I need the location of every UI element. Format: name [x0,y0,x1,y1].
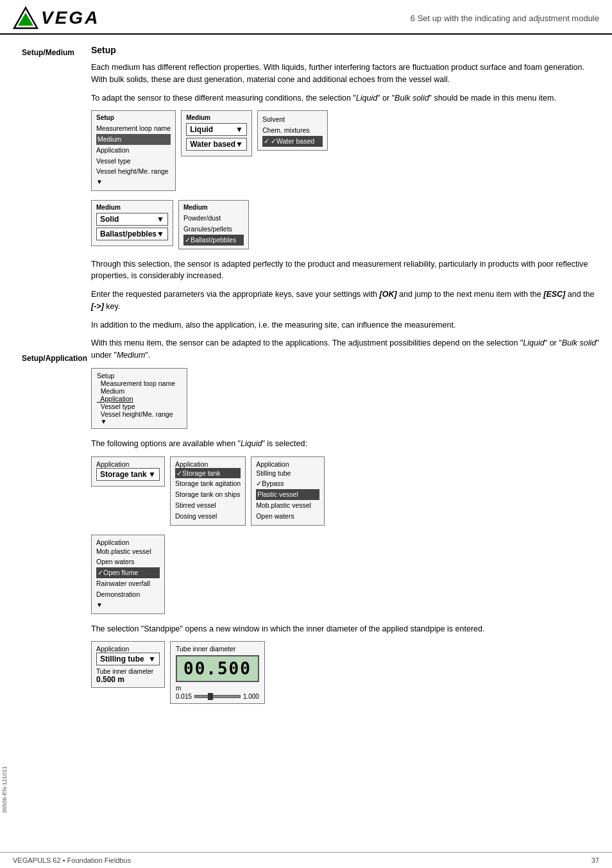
app-item-bypass: ✓Bypass [256,478,319,489]
page-header: VEGA 6 Set up with the indicating and ad… [0,0,612,35]
medium-options-list: Solvent Chem. mixtures ✓Water based [262,114,323,146]
app-panel-4: Application Mob.plastic vessel Open wate… [91,535,165,614]
app-item-open-flume: ✓Open flume [96,567,160,578]
option-ballast: ✓Ballast/pebbles [183,235,244,246]
logo-text: VEGA [41,8,99,28]
ballast-dropdown[interactable]: Ballast/pebbles ▼ [96,228,168,240]
app-diagram-2: Application Mob.plastic vessel Open wate… [91,535,599,614]
solid-medium-label: Medium [96,204,168,211]
option-solvent: Solvent [262,114,323,125]
application-paragraph-1: In addition to the medium, also the appl… [91,319,599,331]
app-panel-3: Application Stilling tube ✓Bypass Plasti… [251,456,325,526]
medium-options-panel: Solvent Chem. mixtures ✓Water based [257,110,328,150]
sidebar: Setup/Medium Setup/Application [14,35,85,852]
setup-menu-panel-1: Setup Measurement loop name Medium Appli… [91,110,176,191]
setup-label-1: Setup [96,114,171,121]
application-paragraph-2: With this menu item, the sensor can be a… [91,337,599,362]
sidebar-item-setup-application: Setup/Application [22,353,80,364]
setup-menu-application: Setup Measurement loop name Medium Appli… [91,368,187,429]
diagram-medium-solid: Medium Solid ▼ Ballast/pebbles ▼ Medium … [91,200,599,249]
setup-item-application: Application [96,145,171,156]
footer-right: 37 [591,856,599,864]
app-label-2: Application [175,460,241,468]
setup-item-vessel-height: Vessel height/Me. range [96,166,171,177]
menu-application: Application [97,395,182,403]
footer-left: VEGAPULS 62 • Foundation Fieldbus [13,856,131,864]
sidebar-item-setup-medium: Setup/Medium [22,47,80,58]
stilling-panel-1: Application Stilling tube ▼ Tube inner d… [91,641,165,688]
medium-paragraph-3: Through this selection, the sensor is ad… [91,258,599,283]
stilling-panel-2: Tube inner diameter 00.500 m 0.015 1.000 [170,641,265,704]
setup-arrow-down: ▼ [96,177,171,187]
menu-medium: Medium [97,387,182,395]
app-arrow: ▼ [96,600,160,610]
page-footer: VEGAPULS 62 • Foundation Fieldbus 37 [0,852,612,868]
app-panel-1: Application Storage tank ▼ [91,456,165,487]
solid-options-list: Powder/dust Granules/pellets ✓Ballast/pe… [183,213,244,245]
menu-vessel-type: Vessel type [97,403,182,410]
option-water-based: ✓Water based [262,136,323,147]
app-panel-2: Application ✓Storage tank Storage tank a… [170,456,246,526]
water-based-dropdown[interactable]: Water based ▼ [186,138,247,151]
vega-logo-icon [13,6,38,29]
logo-area: VEGA [13,6,99,29]
setup-menu-list-1: Measurement loop name Medium Application… [96,123,171,187]
standpipe-paragraph: The selection "Standpipe" opens a new wi… [91,623,599,635]
tube-max: 1.000 [243,693,259,700]
menu-vessel-height: Vessel height/Me. range [97,410,182,418]
medium-paragraph-4: Enter the requested parameters via the a… [91,288,599,313]
app-item-rainwater: Rainwater overfall [96,578,160,589]
app-label-4: Application [96,538,160,546]
app-item-stirred: Stirred vessel [175,500,241,511]
tube-inner-title: Tube inner diameter [176,645,259,653]
app-item-stilling: Stilling tube [256,468,319,479]
app-item-mob-plastic: Mob.plastic vessel [256,500,319,511]
app-item-plastic: Plastic vessel [256,489,319,500]
app-label-3: Application [256,460,319,468]
medium-paragraph-2: To adapt the sensor to these different m… [91,92,599,104]
tube-inner-label: Tube inner diameter [96,668,160,675]
main-body: Setup Each medium has different reflecti… [85,35,612,852]
app-item-storage-agitation: Storage tank agitation [175,478,241,489]
stilling-diagram: Application Stilling tube ▼ Tube inner d… [91,641,599,704]
tube-display: 00.500 [176,655,259,682]
medium-dropdown-panel: Medium Liquid ▼ Water based ▼ [181,110,252,156]
tube-inner-value: 0.500 m [96,675,160,684]
app-item-open-waters: Open waters [256,511,319,522]
stilling-tube-dropdown[interactable]: Stilling tube ▼ [96,653,160,665]
app-list-3: Mob.plastic vessel Open waters ✓Open flu… [96,546,160,610]
option-granules: Granules/pellets [183,224,244,235]
app-list-1: ✓Storage tank Storage tank agitation Sto… [175,468,241,522]
solid-dropdown-panel: Medium Solid ▼ Ballast/pebbles ▼ [91,200,173,246]
solid-options-panel: Medium Powder/dust Granules/pellets ✓Bal… [178,200,249,249]
app-item-demo: Demonstration [96,589,160,600]
menu-arrow: ▼ [97,418,182,425]
setup-item-meas-loop: Measurement loop name [96,123,171,134]
medium-label: Medium [186,114,247,121]
solid-medium-label-2: Medium [183,204,244,211]
application-paragraph-3: The following options are available when… [91,438,599,450]
option-chem-mixtures: Chem. mixtures [262,125,323,136]
app-item-storage-tank: ✓Storage tank [175,468,241,479]
app-item-storage-ships: Storage tank on ships [175,489,241,500]
menu-meas-loop: Measurement loop name [97,380,182,387]
solid-dropdown[interactable]: Solid ▼ [96,213,168,226]
app-item-open-waters2: Open waters [96,556,160,567]
stilling-app-label: Application [96,645,160,653]
tube-min: 0.015 [176,693,192,700]
storage-tank-dropdown[interactable]: Storage tank ▼ [96,468,160,481]
app-list-2: Stilling tube ✓Bypass Plastic vessel Mob… [256,468,319,522]
diagram-medium-liquid: Setup Measurement loop name Medium Appli… [91,110,599,191]
app-label-1: Application [96,460,160,468]
medium-paragraph-1: Each medium has different reflection pro… [91,62,599,86]
liquid-dropdown[interactable]: Liquid ▼ [186,123,247,136]
setup-item-medium-selected: Medium [96,134,171,145]
setup-menu-title: Setup [97,372,182,380]
app-item-dosing: Dosing vessel [175,511,241,522]
svg-marker-1 [18,13,33,26]
section-setup-title: Setup [91,45,599,55]
setup-item-vessel-type: Vessel type [96,156,171,167]
header-title: 6 Set up with the indicating and adjustm… [119,13,599,23]
app-diagram-1: Application Storage tank ▼ Application ✓… [91,456,599,526]
tube-unit: m [176,685,259,692]
